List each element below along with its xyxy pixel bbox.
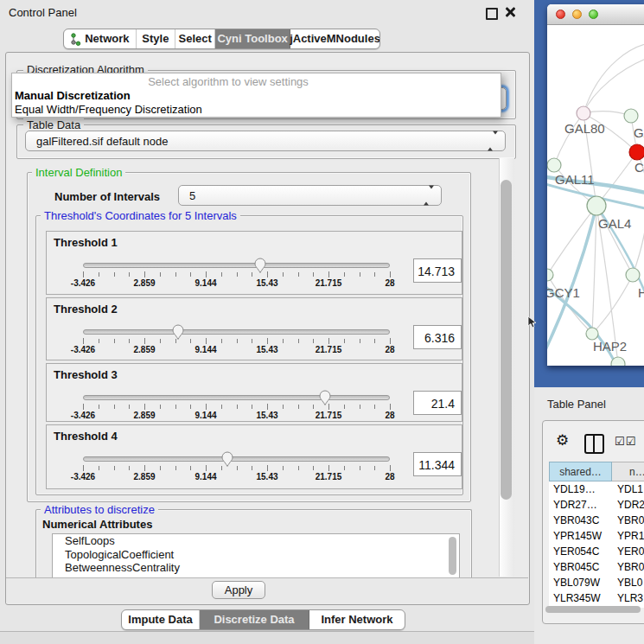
table-cell[interactable]: YBL079W bbox=[549, 575, 612, 590]
table-cell[interactable]: YBL0 bbox=[612, 575, 642, 590]
tab-discretize-data[interactable]: Discretize Data bbox=[200, 610, 309, 629]
column-header-shared[interactable]: shared… bbox=[549, 462, 612, 481]
table-cell[interactable]: YER0 bbox=[612, 544, 644, 559]
select-columns-icons[interactable]: ☑☑ bbox=[615, 435, 636, 448]
threshold-value-field[interactable]: 11.344 bbox=[413, 452, 462, 476]
slider-tick bbox=[206, 338, 207, 344]
threshold-value-field[interactable]: 14.713 bbox=[413, 258, 462, 283]
attribute-list-item[interactable]: SelfLoops bbox=[53, 534, 459, 548]
network-node[interactable] bbox=[577, 106, 590, 120]
dropdown-prompt-item[interactable]: Select algorithm to view settings bbox=[12, 75, 444, 88]
group-title: Interval Definition bbox=[32, 166, 125, 179]
table-row[interactable]: YLR345W YLR3 bbox=[549, 590, 644, 606]
slider-track[interactable] bbox=[83, 395, 390, 400]
number-of-intervals-combobox[interactable]: 5 bbox=[178, 185, 442, 206]
network-node[interactable] bbox=[547, 158, 561, 172]
gear-icon[interactable]: ⚙ bbox=[556, 431, 569, 449]
table-row[interactable]: YBR045C YBR0 bbox=[549, 559, 644, 575]
slider-tick bbox=[328, 338, 329, 344]
attribute-list-item[interactable]: TopologicalCoefficient bbox=[53, 548, 459, 562]
attribute-list-item[interactable]: BetweennessCentrality bbox=[53, 561, 459, 575]
table-cell[interactable]: YDR2 bbox=[612, 497, 644, 513]
slider-tick-label: -3.426 bbox=[64, 345, 102, 354]
slider-track[interactable] bbox=[83, 263, 390, 268]
table-cell[interactable]: YLR3 bbox=[612, 590, 643, 606]
close-icon[interactable] bbox=[505, 7, 515, 17]
network-edge[interactable] bbox=[583, 55, 644, 113]
table-row[interactable]: YDL19… YDL1 bbox=[549, 481, 644, 497]
slider-tick-label: 21.715 bbox=[309, 472, 348, 481]
slider-tick bbox=[328, 465, 329, 471]
table-cell[interactable]: YDL1 bbox=[612, 481, 643, 497]
table-row[interactable]: YBL079W YBL0 bbox=[549, 575, 644, 590]
close-traffic-light[interactable] bbox=[556, 10, 565, 19]
network-node[interactable] bbox=[629, 144, 644, 160]
table-row[interactable]: YPR145W YPR1 bbox=[549, 528, 644, 544]
slider-tick bbox=[160, 466, 161, 470]
table-row[interactable]: YDR27… YDR2 bbox=[549, 497, 644, 513]
slider-track[interactable] bbox=[83, 329, 390, 335]
slider-tick bbox=[144, 338, 145, 344]
network-canvas[interactable]: GAL80GALCGAL11GAL4GCY1HHAP2 bbox=[547, 25, 644, 366]
tab-jactivemnodules[interactable]: jActiveMNodules bbox=[290, 29, 379, 48]
network-edge[interactable] bbox=[547, 206, 596, 275]
network-edge[interactable] bbox=[547, 275, 592, 334]
slider-tick bbox=[190, 466, 191, 470]
table-cell[interactable]: YDR27… bbox=[549, 497, 612, 513]
settings-scrollbar-thumb[interactable] bbox=[501, 180, 512, 500]
slider-track[interactable] bbox=[83, 456, 390, 462]
network-edge[interactable] bbox=[592, 275, 633, 334]
table-cell[interactable]: YBR043C bbox=[549, 513, 612, 528]
algorithm-dropdown-popup: Select algorithm to view settings Manual… bbox=[11, 73, 501, 118]
threshold-label: Threshold 4 bbox=[54, 430, 118, 443]
slider-handle[interactable] bbox=[220, 450, 234, 468]
zoom-traffic-light[interactable] bbox=[589, 10, 598, 19]
table-cell[interactable]: YDL19… bbox=[549, 481, 612, 497]
table-data-value: galFiltered.sif default node bbox=[36, 135, 168, 148]
slider-tick bbox=[344, 466, 345, 470]
slider-tick-label: 2.859 bbox=[125, 345, 163, 354]
column-header-name[interactable]: n… bbox=[612, 462, 644, 481]
table-cell[interactable]: YPR1 bbox=[612, 528, 644, 544]
slider-handle[interactable] bbox=[318, 389, 332, 406]
network-node[interactable] bbox=[626, 268, 640, 282]
dropdown-item-manual-discretization[interactable]: Manual Discretization bbox=[15, 89, 131, 102]
slider-tick bbox=[99, 405, 99, 409]
network-node[interactable] bbox=[586, 328, 598, 340]
tab-network[interactable]: Network bbox=[64, 29, 137, 48]
minimize-traffic-light[interactable] bbox=[572, 10, 582, 19]
network-window-titlebar[interactable] bbox=[547, 4, 644, 25]
table-cell[interactable]: YBR0 bbox=[612, 559, 644, 575]
dropdown-item-equal-width[interactable]: Equal Width/Frequency Discretization bbox=[15, 103, 202, 116]
float-window-icon[interactable] bbox=[486, 8, 498, 20]
network-view-window[interactable]: GAL80GALCGAL11GAL4GCY1HHAP2 bbox=[547, 4, 644, 366]
network-node[interactable] bbox=[547, 269, 553, 281]
threshold-value-field[interactable]: 21.4 bbox=[413, 391, 462, 415]
tab-impute-data[interactable]: Impute Data bbox=[122, 610, 200, 629]
network-node[interactable] bbox=[611, 357, 625, 366]
network-node[interactable] bbox=[587, 196, 606, 215]
apply-button[interactable]: Apply bbox=[212, 581, 265, 599]
threshold-value-field[interactable]: 6.316 bbox=[413, 325, 462, 349]
table-cell[interactable]: YBR0 bbox=[612, 513, 644, 528]
table-horizontal-scrollbar[interactable] bbox=[545, 606, 641, 613]
network-node[interactable] bbox=[624, 109, 638, 123]
table-cell[interactable]: YPR145W bbox=[549, 528, 612, 544]
table-cell[interactable]: YBR045C bbox=[549, 559, 612, 575]
tab-infer-network[interactable]: Infer Network bbox=[309, 610, 405, 629]
table-row[interactable]: YER054C YER0 bbox=[549, 544, 644, 559]
slider-handle[interactable] bbox=[171, 323, 185, 341]
network-node-label: GAL4 bbox=[598, 216, 631, 231]
table-data-combobox[interactable]: galFiltered.sif default node bbox=[25, 131, 506, 151]
tab-select[interactable]: Select bbox=[175, 29, 215, 48]
numerical-attributes-list[interactable]: SelfLoopsTopologicalCoefficientBetweenne… bbox=[52, 533, 460, 578]
table-cell[interactable]: YER054C bbox=[549, 544, 612, 559]
table-row[interactable]: YBR043C YBR0 bbox=[549, 513, 644, 528]
list-scrollbar[interactable] bbox=[449, 537, 456, 575]
slider-tick bbox=[360, 466, 360, 470]
tab-style[interactable]: Style bbox=[137, 29, 175, 48]
tab-cyni-toolbox[interactable]: Cyni Toolbox bbox=[215, 29, 290, 48]
table-cell[interactable]: YLR345W bbox=[549, 590, 612, 606]
split-columns-icon[interactable] bbox=[584, 434, 604, 454]
slider-handle[interactable] bbox=[253, 257, 267, 274]
